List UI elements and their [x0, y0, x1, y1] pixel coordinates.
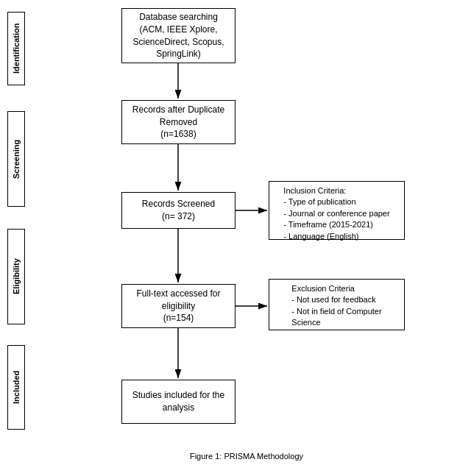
exclusion-criteria-box: Exclusion Criteria - Not used for feedba… — [269, 279, 405, 330]
database-box: Database searching (ACM, IEEE Xplore, Sc… — [121, 8, 236, 63]
phase-screening: Screening — [7, 111, 25, 207]
phase-eligibility: Eligibility — [7, 229, 25, 324]
fulltext-box: Full-text accessed for eligibility (n=15… — [121, 284, 236, 328]
phase-identification: Identification — [7, 12, 25, 85]
records-after-box: Records after Duplicate Removed (n=1638) — [121, 100, 236, 144]
phase-included: Included — [7, 345, 25, 430]
studies-included-box: Studies included for the analysis — [121, 380, 236, 424]
figure-caption: Figure 1: PRISMA Methodology — [33, 452, 460, 461]
records-screened-box: Records Screened (n= 372) — [121, 192, 236, 229]
inclusion-criteria-box: Inclusion Criteria: - Type of publicatio… — [269, 181, 405, 240]
